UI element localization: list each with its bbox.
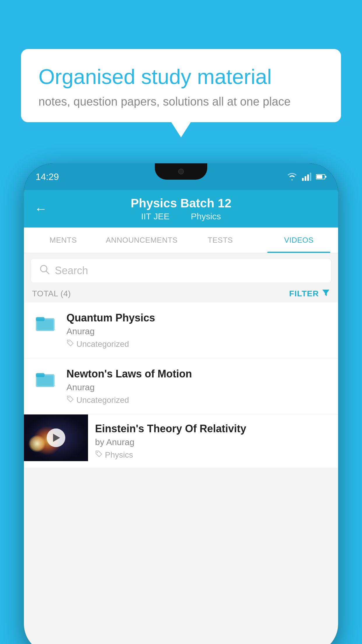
play-button[interactable] <box>47 428 65 447</box>
svg-point-17 <box>68 397 69 398</box>
subtitle-part2: Physics <box>191 211 221 221</box>
signal-icon <box>302 173 311 181</box>
tag-icon <box>95 450 103 460</box>
video-author: Anurag <box>66 326 330 336</box>
video-tag: Uncategorized <box>66 395 330 405</box>
tabs-bar: MENTS ANNOUNCEMENTS TESTS VIDEOS <box>24 228 338 253</box>
speech-bubble: Organised study material notes, question… <box>21 49 341 122</box>
svg-marker-9 <box>322 290 329 296</box>
tab-tests[interactable]: TESTS <box>181 228 260 253</box>
phone-frame: 14:29 <box>24 163 338 644</box>
search-input[interactable]: Search <box>55 265 88 277</box>
app-subtitle: IIT JEE Physics <box>138 211 224 221</box>
folder-icon <box>35 368 56 389</box>
video-title: Einstein's Theory Of Relativity <box>95 423 331 435</box>
speech-bubble-subtext: notes, question papers, solutions all at… <box>38 95 324 108</box>
thumbnail-glow2 <box>28 435 46 452</box>
tag-text: Physics <box>105 450 133 460</box>
folder-icon-wrap <box>32 312 58 333</box>
filter-label: FILTER <box>289 289 319 298</box>
status-bar: 14:29 <box>24 163 338 190</box>
battery-icon <box>316 174 326 180</box>
app-title: Physics Batch 12 <box>131 196 231 210</box>
total-count: TOTAL (4) <box>32 289 71 298</box>
play-icon <box>53 434 60 442</box>
search-bar[interactable]: Search <box>31 259 331 282</box>
svg-line-8 <box>46 271 49 274</box>
tag-text: Uncategorized <box>76 396 129 405</box>
tag-text: Uncategorized <box>76 340 129 349</box>
video-author: Anurag <box>66 382 330 392</box>
svg-rect-3 <box>310 173 311 181</box>
video-author: by Anurag <box>95 437 331 447</box>
video-info: Newton's Laws of Motion Anurag Uncategor… <box>66 368 330 405</box>
filter-button[interactable]: FILTER <box>289 288 330 299</box>
filter-icon <box>322 288 330 299</box>
svg-rect-1 <box>305 176 306 181</box>
tag-icon <box>66 339 74 349</box>
subtitle-part1: IIT JEE <box>141 211 170 221</box>
list-item[interactable]: Newton's Laws of Motion Anurag Uncategor… <box>24 358 338 414</box>
video-title: Newton's Laws of Motion <box>66 368 330 380</box>
svg-rect-5 <box>317 175 322 178</box>
list-item[interactable]: Quantum Physics Anurag Uncategorized <box>24 302 338 358</box>
svg-rect-6 <box>325 176 326 178</box>
svg-rect-0 <box>302 178 304 181</box>
svg-rect-2 <box>307 174 309 181</box>
svg-rect-16 <box>37 375 53 386</box>
video-title: Quantum Physics <box>66 312 330 324</box>
speech-bubble-heading: Organised study material <box>38 64 324 89</box>
tab-ments[interactable]: MENTS <box>24 228 103 253</box>
tab-announcements[interactable]: ANNOUNCEMENTS <box>103 228 181 253</box>
svg-point-13 <box>68 341 69 342</box>
back-button[interactable]: ← <box>34 202 47 216</box>
video-info: Quantum Physics Anurag Uncategorized <box>66 312 330 349</box>
video-tag: Uncategorized <box>66 339 330 349</box>
folder-icon <box>35 312 56 333</box>
app-header: ← Physics Batch 12 IIT JEE Physics <box>24 190 338 228</box>
folder-icon-wrap <box>32 368 58 389</box>
svg-point-18 <box>97 452 98 453</box>
status-time: 14:29 <box>36 172 59 182</box>
phone-notch <box>155 163 207 180</box>
status-icons <box>287 173 326 181</box>
camera <box>178 169 184 174</box>
video-tag: Physics <box>95 450 331 460</box>
svg-rect-12 <box>37 319 53 330</box>
video-list: Quantum Physics Anurag Uncategorized <box>24 302 338 468</box>
search-icon <box>39 264 50 278</box>
list-item[interactable]: Einstein's Theory Of Relativity by Anura… <box>24 414 338 468</box>
tag-icon <box>66 395 74 405</box>
wifi-icon <box>287 173 297 181</box>
video-info: Einstein's Theory Of Relativity by Anura… <box>88 414 338 468</box>
video-thumbnail <box>24 414 88 461</box>
filter-row: TOTAL (4) FILTER <box>24 282 338 302</box>
subtitle-separator <box>179 211 184 221</box>
tab-videos[interactable]: VIDEOS <box>260 228 338 253</box>
content-area: Search TOTAL (4) FILTER <box>24 253 338 644</box>
